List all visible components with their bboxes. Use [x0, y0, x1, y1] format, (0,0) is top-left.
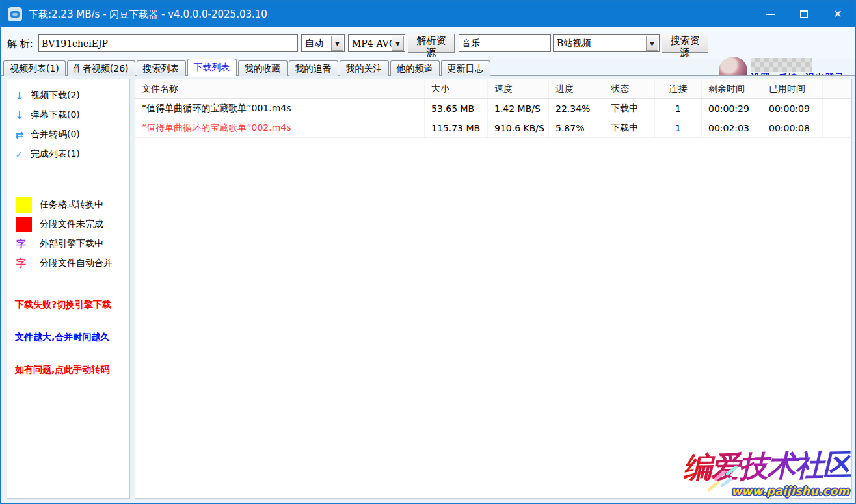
download-arrow-icon: ↓ [15, 109, 31, 122]
cell-remaining-time: 00:00:29 [702, 99, 762, 118]
tab-author-videos[interactable]: 作者视频(26) [67, 60, 135, 76]
col-elapsed-time[interactable]: 已用时间 [762, 79, 823, 98]
col-size[interactable]: 大小 [425, 79, 488, 98]
close-icon: ✕ [833, 9, 842, 20]
maximize-button[interactable] [787, 1, 821, 27]
table-header: 文件名称 大小 速度 进度 状态 连接 剩余时间 已用时间 [135, 79, 851, 99]
cell-speed: 1.42 MB/S [488, 99, 549, 118]
tab-favorites[interactable]: 我的收藏 [238, 60, 288, 76]
table-row[interactable]: “值得单曲循环的宝藏歌单”002.m4s 115.73 MB 910.6 KB/… [135, 118, 851, 138]
dropdown-arrow-icon[interactable]: ▼ [392, 36, 404, 51]
legend-label: 任务格式转换中 [40, 199, 103, 211]
cell-status: 下载中 [604, 99, 655, 118]
parse-resource-button[interactable]: 解析资源 [408, 34, 455, 53]
cell-connections: 1 [655, 118, 702, 137]
swap-arrows-icon: ⇄ [15, 129, 31, 141]
sidebar-item-completed-list[interactable]: ✓ 完成列表(1) [7, 144, 129, 164]
col-speed[interactable]: 速度 [488, 79, 549, 98]
legend-label: 分段文件自动合并 [40, 258, 113, 269]
yellow-swatch [16, 197, 32, 213]
pink-char-swatch: 字 [16, 258, 32, 270]
tab-search-list[interactable]: 搜索列表 [137, 60, 186, 76]
sidebar: ↓ 视频下载(2) ↓ 弹幕下载(0) ⇄ 合并转码(0) ✓ 完成列表(1) [7, 79, 130, 499]
status-legend: 任务格式转换中 分段文件未完成 字 外部引擎下载中 字 分段文件自动合并 [7, 195, 129, 273]
minimize-icon [766, 14, 775, 15]
tab-bangumi[interactable]: 我的追番 [289, 60, 338, 76]
tab-following[interactable]: 我的关注 [340, 60, 389, 76]
content-area: ↓ 视频下载(2) ↓ 弹幕下载(0) ⇄ 合并转码(0) ✓ 完成列表(1) [1, 76, 855, 503]
check-icon: ✓ [15, 148, 31, 161]
sidebar-item-label: 合并转码(0) [31, 129, 80, 140]
cell-elapsed-time: 00:00:08 [762, 118, 823, 137]
dropdown-arrow-icon[interactable]: ▼ [331, 36, 343, 51]
merge-time-hint: 文件越大,合并时间越久 [15, 332, 109, 343]
cell-status: 下载中 [604, 118, 655, 137]
maximize-icon [800, 10, 808, 18]
window-title: 下载:2.23 MB/s - 闪豆下载器 - v4.0.0.0-2025.03.… [29, 8, 267, 21]
tab-bar: 视频列表(1) 作者视频(26) 搜索列表 下载列表 我的收藏 我的追番 我的关… [1, 59, 855, 76]
cell-progress: 22.34% [549, 99, 604, 118]
cell-size: 53.65 MB [425, 99, 488, 118]
quality-select-value: 自动 [302, 38, 331, 49]
legend-item: 字 外部引擎下载中 [7, 234, 129, 254]
col-status[interactable]: 状态 [604, 79, 655, 98]
cell-remaining-time: 00:02:03 [702, 118, 762, 137]
download-table: 文件名称 大小 速度 进度 状态 连接 剩余时间 已用时间 “值得单曲循环的宝藏… [135, 79, 852, 499]
col-filename[interactable]: 文件名称 [135, 79, 425, 98]
sidebar-item-danmaku-download[interactable]: ↓ 弹幕下载(0) [7, 105, 129, 125]
cell-connections: 1 [655, 99, 702, 118]
col-connections[interactable]: 连接 [655, 79, 702, 98]
quality-select[interactable]: 自动 ▼ [301, 34, 345, 52]
dropdown-arrow-icon[interactable]: ▼ [646, 36, 658, 51]
app-logo-icon [8, 7, 22, 21]
switch-engine-hint[interactable]: 下载失败?切换引擎下载 [15, 299, 111, 311]
red-swatch [16, 217, 32, 232]
tab-his-channel[interactable]: 他的频道 [390, 60, 440, 76]
legend-label: 分段文件未完成 [40, 219, 103, 230]
legend-item: 任务格式转换中 [7, 195, 129, 215]
site-select[interactable]: B站视频 ▼ [553, 34, 660, 52]
cell-filename: “值得单曲循环的宝藏歌单”001.m4s [135, 99, 425, 118]
title-bar: 下载:2.23 MB/s - 闪豆下载器 - v4.0.0.0-2025.03.… [1, 1, 855, 27]
search-resource-button[interactable]: 搜索资源 [662, 34, 708, 53]
tab-video-list[interactable]: 视频列表(1) [3, 60, 66, 76]
sidebar-item-merge-transcode[interactable]: ⇄ 合并转码(0) [7, 125, 129, 144]
parse-label: 解 析: [7, 38, 33, 50]
sidebar-item-video-download[interactable]: ↓ 视频下载(2) [7, 86, 129, 105]
site-select-value: B站视频 [554, 38, 646, 49]
manual-transcode-link[interactable]: 如有问题,点此手动转码 [15, 364, 109, 376]
download-arrow-icon: ↓ [15, 90, 31, 102]
sidebar-item-label: 完成列表(1) [31, 148, 80, 160]
search-keyword-input[interactable] [459, 34, 551, 52]
minimize-button[interactable] [753, 1, 787, 27]
cell-elapsed-time: 00:00:09 [762, 99, 823, 118]
format-select[interactable]: MP4-AVC ▼ [348, 34, 405, 52]
cell-filename: “值得单曲循环的宝藏歌单”002.m4s [135, 118, 425, 137]
purple-char-swatch: 字 [16, 238, 32, 250]
table-row[interactable]: “值得单曲循环的宝藏歌单”001.m4s 53.65 MB 1.42 MB/S … [135, 99, 851, 118]
sidebar-item-label: 视频下载(2) [31, 90, 80, 101]
cell-progress: 5.87% [549, 118, 604, 137]
legend-item: 分段文件未完成 [7, 215, 129, 234]
legend-label: 外部引擎下载中 [40, 238, 103, 250]
col-progress[interactable]: 进度 [549, 79, 604, 98]
app-window: 下载:2.23 MB/s - 闪豆下载器 - v4.0.0.0-2025.03.… [0, 0, 856, 504]
tab-changelog[interactable]: 更新日志 [441, 60, 490, 76]
cell-size: 115.73 MB [425, 118, 488, 137]
toolbar: 解 析: 自动 ▼ MP4-AVC ▼ 解析资源 B站视频 ▼ 搜索资源 设置 … [1, 27, 855, 59]
format-select-value: MP4-AVC [349, 38, 392, 49]
legend-item: 字 分段文件自动合并 [7, 254, 129, 273]
cell-speed: 910.6 KB/S [488, 118, 549, 137]
tab-download-list[interactable]: 下载列表 [187, 59, 237, 76]
col-remaining-time[interactable]: 剩余时间 [702, 79, 762, 98]
close-button[interactable]: ✕ [821, 1, 855, 27]
parse-input[interactable] [38, 34, 298, 52]
sidebar-item-label: 弹幕下载(0) [31, 109, 80, 121]
